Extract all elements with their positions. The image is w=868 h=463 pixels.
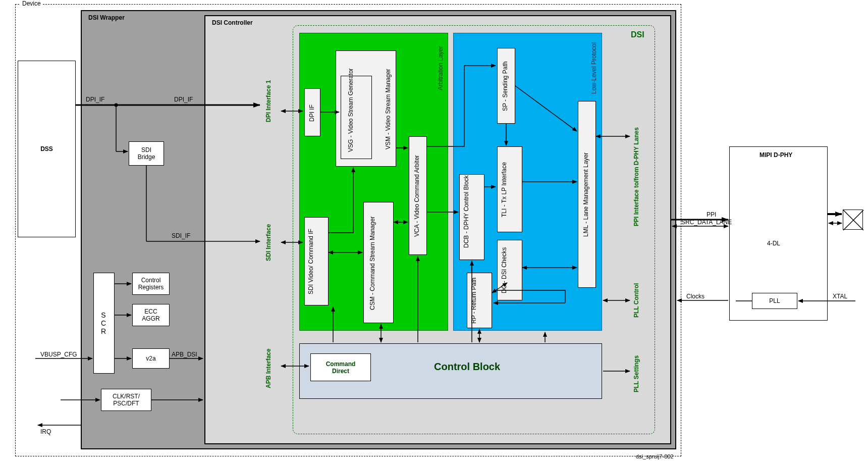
svg-line-29: [492, 283, 507, 293]
diagram-canvas: Device DSI Wrapper DSI Controller DSI Ar…: [0, 0, 868, 463]
connectors-svg: [0, 0, 868, 463]
figure-id: dsi_spruij7-002: [636, 453, 674, 459]
svg-line-26: [515, 86, 577, 131]
